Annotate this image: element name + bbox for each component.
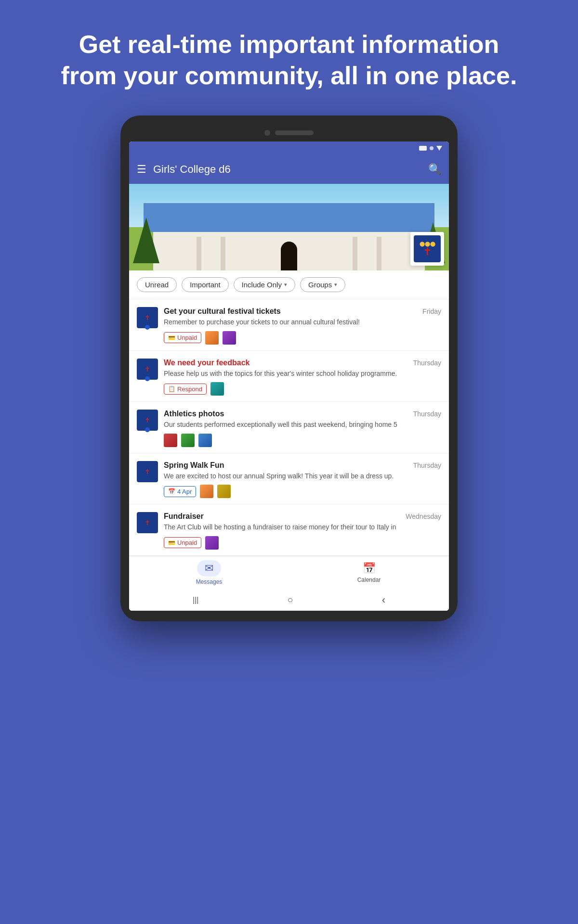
unread-dot bbox=[145, 376, 150, 381]
menu-icon[interactable]: ☰ bbox=[137, 163, 146, 176]
message-title-msg5: Fundraiser bbox=[164, 512, 204, 521]
message-content-msg1: Get your cultural festival tickets Frida… bbox=[164, 307, 441, 345]
school-image: ⬤⬤⬤ ✝ bbox=[129, 184, 449, 270]
status-bar bbox=[129, 141, 449, 155]
message-item[interactable]: ✝ Spring Walk Fun Thursday We are excite… bbox=[129, 453, 449, 505]
message-date-msg5: Wednesday bbox=[406, 513, 441, 520]
search-icon[interactable]: 🔍 bbox=[428, 163, 441, 176]
message-header: Athletics photos Thursday bbox=[164, 410, 441, 418]
system-back-btn[interactable]: ‹ bbox=[382, 594, 385, 606]
badge-inner: ⬤⬤⬤ ✝ bbox=[414, 235, 441, 262]
signal-dot bbox=[430, 146, 434, 150]
phone-camera bbox=[264, 130, 270, 136]
pillar-2 bbox=[221, 237, 225, 270]
thumb-msg2-1 bbox=[210, 382, 224, 396]
nav-messages-label: Messages bbox=[196, 578, 223, 585]
message-tags-msg4: 📅 4 Apr bbox=[164, 485, 441, 498]
thumb-msg3-3 bbox=[198, 434, 212, 447]
thumb-msg5-1 bbox=[205, 536, 219, 550]
message-item[interactable]: ✝ Get your cultural festival tickets Fri… bbox=[129, 299, 449, 351]
avatar-cross-icon: ✝ bbox=[144, 468, 150, 475]
message-title-msg2: We need your feedback bbox=[164, 359, 250, 367]
message-body-msg5: The Art Club will be hosting a fundraise… bbox=[164, 523, 441, 532]
message-body-msg4: We are excited to host our annual Spring… bbox=[164, 472, 441, 481]
message-item[interactable]: ✝ Athletics photos Thursday Our students… bbox=[129, 402, 449, 453]
message-body-msg1: Remember to purchase your tickets to our… bbox=[164, 318, 441, 327]
message-item[interactable]: ✝ We need your feedback Thursday Please … bbox=[129, 351, 449, 402]
thumb-msg3-2 bbox=[181, 434, 195, 447]
avatar-cross-icon: ✝ bbox=[144, 314, 150, 321]
battery-icon bbox=[419, 146, 427, 151]
avatar-cross-icon: ✝ bbox=[144, 416, 150, 424]
badge-cross: ✝ bbox=[423, 246, 432, 257]
credit-card-icon: 💳 bbox=[168, 539, 175, 546]
groups-arrow: ▾ bbox=[334, 282, 337, 288]
message-item[interactable]: ✝ Fundraiser Wednesday The Art Club will… bbox=[129, 504, 449, 556]
app-header: ☰ Girls' College d6 🔍 bbox=[129, 155, 449, 184]
date-tag-msg4: 📅 4 Apr bbox=[164, 486, 196, 497]
message-body-msg2: Please help us with the topics for this … bbox=[164, 369, 441, 379]
message-content-msg3: Athletics photos Thursday Our students p… bbox=[164, 410, 441, 447]
include-only-arrow: ▾ bbox=[284, 282, 287, 288]
avatar-msg3: ✝ bbox=[137, 410, 158, 431]
building-roof bbox=[144, 203, 434, 232]
avatar-msg1: ✝ bbox=[137, 307, 158, 328]
phone-top-bar bbox=[129, 124, 449, 141]
phone-screen: ☰ Girls' College d6 🔍 bbox=[129, 141, 449, 611]
filter-include-only[interactable]: Include Only ▾ bbox=[234, 277, 295, 292]
avatar-cross-icon: ✝ bbox=[144, 365, 150, 373]
nav-calendar-label: Calendar bbox=[357, 577, 381, 583]
respond-tag: 📋 Respond bbox=[164, 384, 207, 395]
pillar-3 bbox=[377, 237, 381, 270]
building-door bbox=[281, 242, 297, 270]
hero-section: Get real-time important information from… bbox=[0, 0, 578, 111]
filter-bar: Unread Important Include Only ▾ Groups ▾ bbox=[129, 270, 449, 299]
message-tags-msg5: 💳 Unpaid bbox=[164, 536, 441, 550]
thumb-msg4-2 bbox=[217, 485, 231, 498]
message-header: Fundraiser Wednesday bbox=[164, 512, 441, 521]
credit-card-icon: 💳 bbox=[168, 334, 175, 341]
phone-speaker bbox=[275, 130, 314, 135]
avatar-msg5: ✝ bbox=[137, 512, 158, 533]
message-date-msg4: Thursday bbox=[413, 462, 441, 469]
nav-calendar[interactable]: 📅 Calendar bbox=[289, 556, 449, 590]
unpaid-tag-msg5: 💳 Unpaid bbox=[164, 537, 201, 548]
school-badge: ⬤⬤⬤ ✝ bbox=[410, 232, 444, 266]
calendar-nav-icon: 📅 bbox=[363, 562, 376, 575]
avatar-msg4: ✝ bbox=[137, 461, 158, 482]
avatar-msg2: ✝ bbox=[137, 359, 158, 380]
message-date-msg1: Friday bbox=[422, 308, 441, 315]
filter-groups[interactable]: Groups ▾ bbox=[300, 277, 345, 292]
message-tags-msg3 bbox=[164, 434, 441, 447]
thumb-msg1-2 bbox=[223, 331, 236, 345]
header-left: ☰ Girls' College d6 bbox=[137, 163, 231, 176]
filter-important[interactable]: Important bbox=[182, 277, 228, 292]
message-header: We need your feedback Thursday bbox=[164, 359, 441, 367]
hero-text: Get real-time important information from… bbox=[48, 29, 530, 91]
message-title-msg1: Get your cultural festival tickets bbox=[164, 307, 281, 316]
pillar-1 bbox=[197, 237, 201, 270]
message-body-msg3: Our students performed exceptionally wel… bbox=[164, 420, 441, 430]
phone-wrapper: ☰ Girls' College d6 🔍 bbox=[0, 116, 578, 621]
nav-messages[interactable]: ✉ Messages bbox=[129, 556, 289, 590]
system-home-btn[interactable]: ○ bbox=[288, 594, 293, 605]
calendar-icon: 📅 bbox=[168, 488, 175, 495]
thumb-msg1-1 bbox=[205, 331, 219, 345]
messages-list: ✝ Get your cultural festival tickets Fri… bbox=[129, 299, 449, 556]
system-bar: ||| ○ ‹ bbox=[129, 590, 449, 611]
message-content-msg4: Spring Walk Fun Thursday We are excited … bbox=[164, 461, 441, 499]
message-title-msg4: Spring Walk Fun bbox=[164, 461, 224, 470]
avatar-cross-icon: ✝ bbox=[144, 519, 150, 526]
filter-unread[interactable]: Unread bbox=[137, 277, 177, 292]
nav-messages-bg: ✉ bbox=[197, 560, 221, 577]
app-title: Girls' College d6 bbox=[153, 163, 231, 176]
message-date-msg3: Thursday bbox=[413, 410, 441, 418]
unread-dot bbox=[145, 325, 150, 330]
system-recent-btn[interactable]: ||| bbox=[193, 596, 198, 604]
thumb-msg3-1 bbox=[164, 434, 177, 447]
thumb-msg4-1 bbox=[200, 485, 213, 498]
message-content-msg2: We need your feedback Thursday Please he… bbox=[164, 359, 441, 396]
unpaid-tag-msg1: 💳 Unpaid bbox=[164, 332, 201, 343]
respond-icon: 📋 bbox=[168, 385, 175, 392]
message-content-msg5: Fundraiser Wednesday The Art Club will b… bbox=[164, 512, 441, 550]
